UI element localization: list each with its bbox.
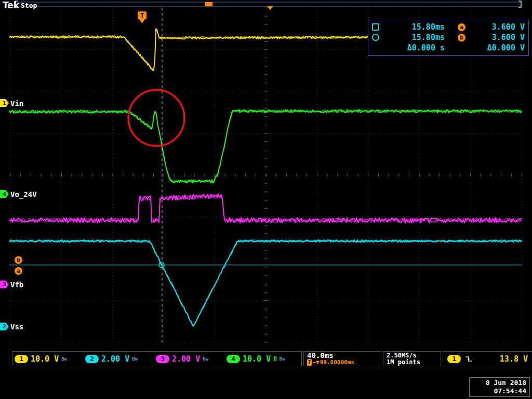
waveform-CH2-Vss [9, 240, 522, 326]
impedance-ohm-icon: Ω [273, 355, 277, 362]
falling-edge-icon [465, 355, 472, 363]
channel-1-label: Vin [10, 99, 23, 108]
channel-1-row: 1 Vin [0, 99, 23, 107]
waveform-display: T [0, 0, 532, 399]
bandwidth-icon: Bw [280, 356, 285, 362]
waveform-CH2-Vss [9, 240, 522, 326]
cursor-a-voltage: 3.600 V [466, 22, 525, 32]
status-bar: 1 10.0 V Bw 2 2.00 V Bw 3 2.00 V Bw 4 10… [12, 351, 532, 366]
channel-4-pill[interactable]: 4 [227, 355, 240, 363]
trigger-position-flag[interactable]: T [138, 11, 147, 23]
time-text: 07:54:44 [473, 387, 526, 395]
delay-readout: T →▼ 99.80000ms [307, 359, 354, 366]
waveform-CH4-Vo_24V [9, 110, 522, 183]
cursor-measurement-panel: 15.80ms a 3.600 V 15.80ms b 3.600 V Δ0.0… [368, 20, 529, 56]
channel-1-pill[interactable]: 1 [15, 355, 28, 363]
badge-a-icon: a [458, 23, 466, 31]
delay-trigger-icon: T [307, 359, 312, 366]
channel-1-scale[interactable]: 1 10.0 V Bw [15, 354, 85, 364]
delay-arrow-icon: →▼ [312, 359, 319, 366]
channel-4-scale[interactable]: 4 10.0 V Ω Bw [227, 354, 297, 364]
circle-cursor-icon [372, 34, 379, 41]
square-cursor-icon [372, 23, 379, 31]
channel-3-row: 3 Vfb [0, 281, 23, 288]
cursor-b-voltage: 3.600 V [466, 33, 525, 42]
cursor-row-1: 15.80ms a 3.600 V [372, 22, 525, 32]
date-time-box: 8 Jun 2018 07:54:44 [469, 377, 530, 397]
delta-time: Δ0.000 s [372, 43, 445, 52]
delta-voltage: Δ0.000 V [445, 43, 525, 52]
channel-2-volts-div: 2.00 V [101, 354, 129, 364]
channel-2-pill[interactable]: 2 [85, 355, 99, 363]
waveforms [9, 29, 522, 326]
channel-3-ground-marker[interactable]: 3 [0, 281, 9, 288]
cursor-b-marker[interactable]: b [15, 256, 22, 264]
trigger-level: 13.8 V [500, 354, 528, 364]
cursor-delta-row: Δ0.000 s Δ0.000 V [372, 43, 525, 53]
channel-4-volts-div: 10.0 V [243, 354, 271, 364]
oscilloscope-screen: T Tek Stop 1 Vin 4 Vo_24V 3 Vfb 2 Vss b … [0, 0, 532, 399]
cursor-row-2: 15.80ms b 3.600 V [372, 32, 525, 43]
tek-logo: Tek [3, 0, 19, 10]
channel-2-row: 2 Vss [0, 323, 23, 330]
bandwidth-icon: Bw [132, 356, 138, 362]
trigger-box[interactable]: 1 13.8 V [443, 351, 532, 366]
channel-4-row: 4 Vo_24V [0, 190, 37, 198]
date-text: 8 Jun 2018 [473, 379, 526, 387]
cursor-a-time: 15.80ms [385, 22, 445, 32]
channel-2-ground-marker[interactable]: 2 [0, 323, 9, 330]
channel-3-scale[interactable]: 3 2.00 V Bw [156, 354, 227, 364]
waveform-CH4-Vo_24V [9, 110, 522, 183]
record-length: 1M points [387, 359, 420, 366]
timebase-value: 40.0ms [307, 352, 334, 359]
delay-value: 99.80000ms [320, 359, 354, 366]
record-position-icon [205, 2, 212, 6]
trigger-flag-letter: T [140, 12, 144, 19]
channel-2-label: Vss [10, 323, 23, 331]
acquisition-box[interactable]: 2.50MS/s 1M points [383, 351, 441, 366]
cursor-b-time: 15.80ms [385, 33, 445, 42]
channel-3-label: Vfb [10, 281, 23, 289]
channel-1-ground-marker[interactable]: 1 [0, 99, 9, 107]
channel-2-scale[interactable]: 2 2.00 V Bw [85, 354, 156, 364]
channel-3-volts-div: 2.00 V [172, 354, 200, 364]
trigger-source-pill[interactable]: 1 [447, 355, 461, 363]
trigger-flag-arrow-icon [139, 19, 145, 23]
record-view-bar [16, 1, 521, 10]
badge-b-icon: b [458, 34, 466, 42]
channel-4-label: Vo_24V [10, 190, 37, 198]
timebase-box[interactable]: 40.0ms T →▼ 99.80000ms [303, 351, 381, 366]
bandwidth-icon: Bw [61, 356, 67, 362]
graticule [10, 8, 522, 342]
acquisition-status: Stop [21, 2, 37, 9]
sample-rate: 2.50MS/s [387, 352, 417, 359]
channel-1-volts-div: 10.0 V [31, 354, 59, 364]
channel-3-pill[interactable]: 3 [156, 355, 169, 363]
channel-scales-box[interactable]: 1 10.0 V Bw 2 2.00 V Bw 3 2.00 V Bw 4 10… [12, 351, 302, 366]
bandwidth-icon: Bw [203, 356, 208, 362]
waveform-CH4-Vo_24V [9, 110, 522, 183]
cursor-a-marker[interactable]: a [15, 267, 22, 275]
waveform-CH2-Vss [9, 240, 522, 326]
channel-4-ground-marker[interactable]: 4 [0, 190, 9, 198]
